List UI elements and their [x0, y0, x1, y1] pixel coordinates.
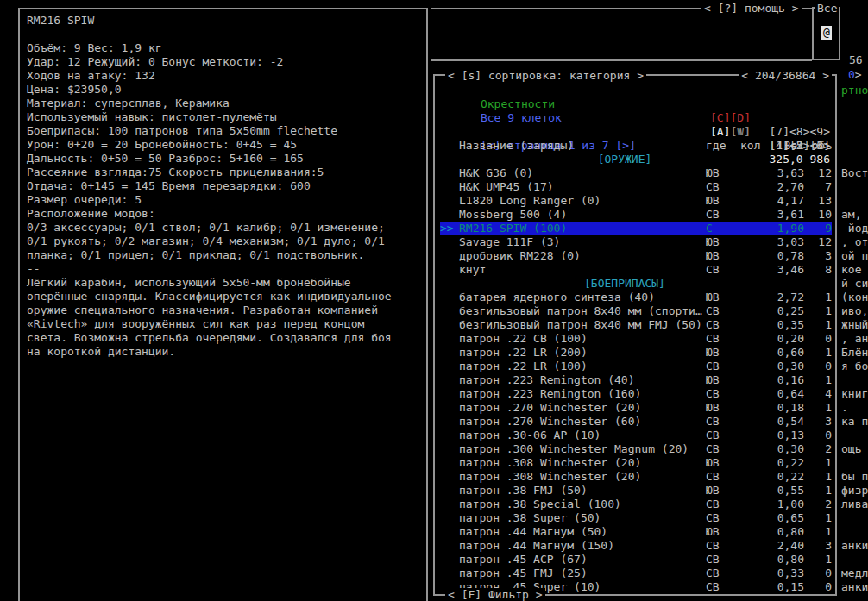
item-info-line: --	[27, 262, 426, 276]
item-weight: 0,18	[770, 401, 804, 415]
item-volume: 13	[804, 194, 832, 208]
clipped-panel-fragment: (кон	[841, 291, 868, 304]
item-volume: 3	[804, 539, 832, 553]
item-volume: 0	[804, 332, 832, 346]
filter-control[interactable]: < [F] Фильтр >	[445, 588, 545, 601]
item-where: СВ	[706, 511, 740, 525]
item-volume: 10	[804, 208, 832, 222]
item-info-text: RM216 SPIW Объём: 9 Вес: 1,9 кгУдар: 12 …	[20, 9, 426, 359]
item-volume: 8	[804, 263, 832, 277]
inventory-row[interactable]: патрон .22 LR (200)ЮВ0,601	[440, 346, 832, 360]
clipped-panel-fragment: .	[841, 401, 848, 415]
clipped-panel-fragment: анки	[841, 539, 868, 553]
inventory-row[interactable]: патрон .22 CB (100)СВ0,200	[440, 332, 832, 346]
inventory-row[interactable]: H&K UMP45 (17)СВ2,707	[440, 180, 832, 194]
item-count	[740, 304, 770, 318]
selection-marker	[440, 318, 459, 332]
inventory-row[interactable]: L1820 Long Ranger (0)ЮВ4,1713	[440, 194, 832, 208]
item-count	[740, 429, 770, 442]
item-name: патрон .308 Winchester (20)	[459, 470, 706, 484]
inventory-row[interactable]: дробовик RM228 (0)ЮВ0,783	[440, 249, 832, 263]
item-info-line: RM216 SPIW	[27, 14, 426, 28]
inventory-row[interactable]: Savage 111F (3)ЮВ3,0312	[440, 235, 832, 249]
item-info-line: Боеприпасы: 100 патронов типа 5x50mm fle…	[27, 124, 426, 138]
item-where: СВ	[706, 318, 740, 332]
item-weight: 4,17	[770, 194, 804, 208]
item-where: ЮВ	[706, 401, 740, 415]
selection-marker	[440, 456, 459, 470]
selection-marker	[440, 263, 459, 277]
item-volume: 1	[804, 401, 832, 415]
item-weight: 0,65	[770, 511, 804, 525]
item-info-line: 0/3 аксессуары; 0/1 ствол; 0/1 калибр; 0…	[27, 221, 426, 235]
inventory-row[interactable]: патрон .22 LR (100)СВ0,300	[440, 360, 832, 373]
item-weight: 0,64	[770, 387, 804, 401]
inventory-row[interactable]: батарея ядерного синтеза (40)ЮВ2,721	[440, 291, 832, 304]
item-count	[740, 360, 770, 373]
item-volume: 0	[804, 580, 832, 594]
inventory-row[interactable]: патрон .38 FMJ (50)ЮВ0,551	[440, 484, 832, 498]
item-volume: 1	[804, 470, 832, 484]
inventory-row[interactable]: патрон .45 FMJ (25)СВ0,330	[440, 567, 832, 580]
item-where: ЮВ	[706, 346, 740, 360]
clipped-panel-fragment: ой п	[841, 249, 868, 263]
clipped-panel-fragment: бы п	[841, 470, 868, 484]
selection-marker	[440, 332, 459, 346]
inventory-row[interactable]: патрон .223 Remington (160)СВ0,644	[440, 387, 832, 401]
item-volume: 1	[804, 456, 832, 470]
item-count	[740, 470, 770, 484]
inventory-row[interactable]: H&K G36 (0)ЮВ3,6312	[440, 166, 832, 180]
inventory-row[interactable]: патрон .44 Магнум (50)ЮВ0,801	[440, 525, 832, 539]
item-volume: 0	[804, 429, 832, 442]
item-count	[740, 318, 770, 332]
selection-marker	[440, 484, 459, 498]
item-weight: 0,80	[770, 553, 804, 567]
inventory-row[interactable]: безгильзовый патрон 8x40 мм (спорти…СВ0,…	[440, 304, 832, 318]
inventory-row[interactable]: Mossberg 500 (4)СВ3,6110	[440, 208, 832, 222]
inventory-row[interactable]: патрон .308 Winchester (20)ЮВ0,221	[440, 456, 832, 470]
item-weight: 1,90	[770, 222, 804, 235]
sort-control[interactable]: < [s] сортировка: категория >	[445, 69, 646, 83]
clipped-panel-fragment: Вост	[841, 166, 868, 180]
selection-marker	[440, 235, 459, 249]
item-name: патрон .308 Winchester (20)	[459, 456, 706, 470]
inventory-row[interactable]: патрон .270 Winchester (20)ЮВ0,181	[440, 401, 832, 415]
selection-marker: >>	[440, 222, 459, 235]
item-info-line: Удар: 12 Режущий: 0 Бонус меткости: -2	[27, 55, 426, 69]
help-button[interactable]: < [?] помощь >	[701, 2, 802, 16]
item-weight: 0,33	[770, 567, 804, 580]
item-where: ЮВ	[706, 456, 740, 470]
inventory-row[interactable]: патрон .45 ACP (67)СВ0,801	[440, 553, 832, 567]
item-weight: 3,63	[770, 166, 804, 180]
item-name: патрон .223 Remington (40)	[459, 373, 706, 387]
inventory-row[interactable]: безгильзовый патрон 8x40 мм FMJ (50)СВ0,…	[440, 318, 832, 332]
item-volume: 12	[804, 166, 832, 180]
selection-marker	[440, 525, 459, 539]
inventory-row[interactable]: патрон .300 Winchester Magnum (20)СВ0,30…	[440, 442, 832, 456]
inventory-row[interactable]: >>RM216 SPIW (100)С1,909	[440, 222, 832, 235]
inventory-row[interactable]: патрон .30-06 AP (10)СВ0,130	[440, 429, 832, 442]
inventory-row[interactable]: патрон .308 Winchester (20)СВ0,221	[440, 470, 832, 484]
item-info-line: оружие специального назначения. Разработ…	[27, 304, 426, 317]
item-weight: 0,78	[770, 249, 804, 263]
item-count	[740, 373, 770, 387]
item-count	[740, 525, 770, 539]
item-where: ЮВ	[706, 249, 740, 263]
inventory-row[interactable]: патрон .38 Special (100)СВ1,002	[440, 498, 832, 511]
inventory-row[interactable]: патрон .44 Магнум (150)СВ2,403	[440, 539, 832, 553]
inventory-row[interactable]: патрон .223 Remington (40)ЮВ0,161	[440, 373, 832, 387]
item-where: СВ	[706, 580, 740, 594]
inventory-row[interactable]: кнутСВ3,468	[440, 263, 832, 277]
item-info-line: Лёгкий карабин, использующий 5x50-мм бро…	[27, 276, 426, 290]
inventory-row[interactable]: патрон .38 Super (50)СВ0,651	[440, 511, 832, 525]
item-where: СВ	[706, 470, 740, 484]
item-weight: 2,70	[770, 180, 804, 194]
inventory-panel: < [s] сортировка: категория > < 204/3686…	[433, 74, 837, 596]
item-where: СВ	[706, 387, 740, 401]
selection-marker	[440, 180, 459, 194]
item-count	[740, 415, 770, 429]
item-info-line: планка; 0/1 прицел; 0/1 приклад; 0/1 под…	[27, 248, 426, 262]
inventory-row[interactable]: патрон .270 Winchester (60)СВ0,543	[440, 415, 832, 429]
clipped-number: 56	[849, 53, 863, 67]
item-name: патрон .44 Магнум (50)	[459, 525, 706, 539]
